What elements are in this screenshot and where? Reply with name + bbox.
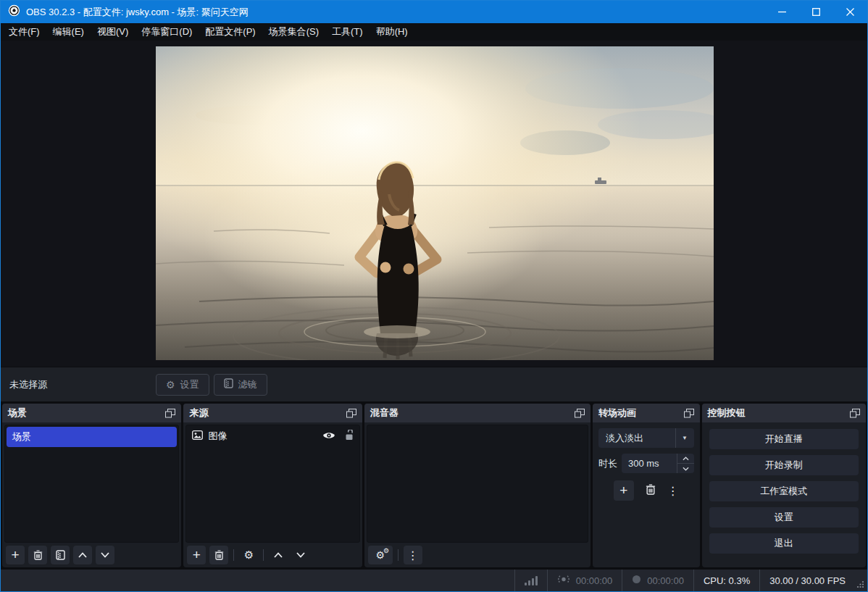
studio-mode-button[interactable]: 工作室模式 [709,481,859,501]
minimize-button[interactable] [765,1,799,23]
menu-view[interactable]: 视图(V) [91,23,135,41]
filter-icon [224,378,233,391]
sources-toolbar: + ⚙ [183,543,362,567]
remove-source-button[interactable] [209,546,228,564]
preview-area [1,41,867,367]
no-source-selected-label: 未选择源 [9,378,47,391]
trash-icon [33,550,43,560]
kebab-icon: ⋮ [407,549,419,562]
scenes-toolbar: + [2,543,181,567]
move-scene-down-button[interactable] [96,546,114,564]
add-source-button[interactable]: + [187,546,206,564]
filter-icon [56,550,65,560]
image-source-icon [192,430,203,442]
menu-profile[interactable]: 配置文件(P) [199,23,262,41]
duration-label: 时长 [598,457,617,470]
gear-icon: ⚙ [244,549,254,562]
mixer-list [367,425,588,543]
preview-canvas[interactable] [156,46,714,360]
popout-icon[interactable] [346,409,356,418]
spin-down-button[interactable] [677,464,694,473]
sources-dock: 来源 图像 [183,404,362,567]
scene-filters-button[interactable] [51,546,70,564]
remove-scene-button[interactable] [28,546,47,564]
menu-docks[interactable]: 停靠窗口(D) [135,23,199,41]
visibility-eye-icon[interactable] [322,431,335,442]
transition-select[interactable]: 淡入淡出 ▼ [598,428,694,448]
chevron-up-icon [78,552,87,558]
transition-duration-input[interactable]: 300 ms [622,454,694,473]
exit-button[interactable]: 退出 [709,533,859,554]
record-dot-icon [632,575,641,586]
title-bar[interactable]: OBS 30.2.3 - 配置文件: jwsky.com - 场景: 聚问天空网 [1,1,867,23]
gear-icon: ⚙ [166,379,175,391]
broadcast-icon [557,575,570,586]
scene-list-item[interactable]: 场景 [7,427,177,447]
close-button[interactable] [833,1,867,23]
source-properties-button[interactable]: ⚙ 设置 [156,374,209,396]
source-context-bar: 未选择源 ⚙ 设置 滤镜 [1,367,867,401]
record-timer: 00:00:00 [622,570,693,591]
cpu-usage: CPU: 0.3% [693,570,759,591]
window-title: OBS 30.2.3 - 配置文件: jwsky.com - 场景: 聚问天空网 [26,6,249,19]
source-properties-gear-button[interactable]: ⚙ [239,546,258,564]
status-bar: 00:00:00 00:00:00 CPU: 0.3% 30.00 / 30.0… [1,569,867,591]
remove-transition-button[interactable] [646,484,656,498]
transitions-dock-header[interactable]: 转场动画 [593,404,700,422]
stream-timer: 00:00:00 [547,570,622,591]
audio-mixer-dock: 混音器 ⚙⚙ ⋮ [364,404,591,567]
menu-help[interactable]: 帮助(H) [370,23,414,41]
menu-scene-collection[interactable]: 场景集合(S) [262,23,325,41]
popout-icon[interactable] [850,409,860,418]
chevron-down-icon [101,552,109,558]
chevron-down-icon [296,552,305,558]
mixer-dock-header[interactable]: 混音器 [364,404,591,422]
gears-icon: ⚙⚙ [375,549,385,561]
transitions-dock: 转场动画 淡入淡出 ▼ 时长 300 ms [593,404,700,567]
menu-edit[interactable]: 编辑(E) [46,23,91,41]
transition-menu-button[interactable]: ⋮ [667,484,679,498]
source-filters-button[interactable]: 滤镜 [214,374,267,396]
lock-icon[interactable] [345,430,354,443]
docks-row: 场景 场景 + [1,401,867,569]
trash-icon [646,484,656,495]
add-scene-button[interactable]: + [6,546,25,564]
menu-tools[interactable]: 工具(T) [325,23,370,41]
start-streaming-button[interactable]: 开始直播 [709,429,859,449]
sources-dock-header[interactable]: 来源 [183,404,362,422]
mixer-toolbar: ⚙⚙ ⋮ [364,543,591,567]
advanced-audio-button[interactable]: ⚙⚙ [368,546,393,564]
mixer-menu-button[interactable]: ⋮ [404,546,422,564]
trash-icon [214,550,224,560]
obs-window: OBS 30.2.3 - 配置文件: jwsky.com - 场景: 聚问天空网… [0,0,868,592]
resize-grip[interactable] [855,570,867,591]
scenes-dock: 场景 场景 + [2,404,181,567]
popout-icon[interactable] [165,409,175,418]
fps-indicator: 30.00 / 30.00 FPS [759,570,855,591]
menu-file[interactable]: 文件(F) [2,23,46,41]
preview-photo [156,46,714,360]
chevron-up-icon [274,552,283,558]
start-recording-button[interactable]: 开始录制 [709,455,859,475]
network-status [514,570,547,591]
popout-icon[interactable] [575,409,585,418]
dropdown-arrow-icon: ▼ [675,428,694,448]
obs-logo-icon [8,4,20,20]
controls-dock: 控制按钮 开始直播 开始录制 工作室模式 设置 退出 [702,404,866,567]
scene-list: 场景 [4,425,179,543]
move-scene-up-button[interactable] [73,546,92,564]
move-source-down-button[interactable] [291,546,310,564]
signal-bars-icon [525,576,538,585]
scenes-dock-header[interactable]: 场景 [2,404,181,422]
menu-bar: 文件(F) 编辑(E) 视图(V) 停靠窗口(D) 配置文件(P) 场景集合(S… [1,23,867,41]
add-transition-button[interactable]: + [614,480,634,501]
source-list-item[interactable]: 图像 [186,425,359,447]
controls-dock-header[interactable]: 控制按钮 [702,404,866,422]
spin-up-button[interactable] [677,454,694,464]
maximize-button[interactable] [799,1,833,23]
source-list: 图像 [185,425,359,543]
move-source-up-button[interactable] [269,546,288,564]
settings-button[interactable]: 设置 [709,507,859,528]
popout-icon[interactable] [684,409,694,418]
